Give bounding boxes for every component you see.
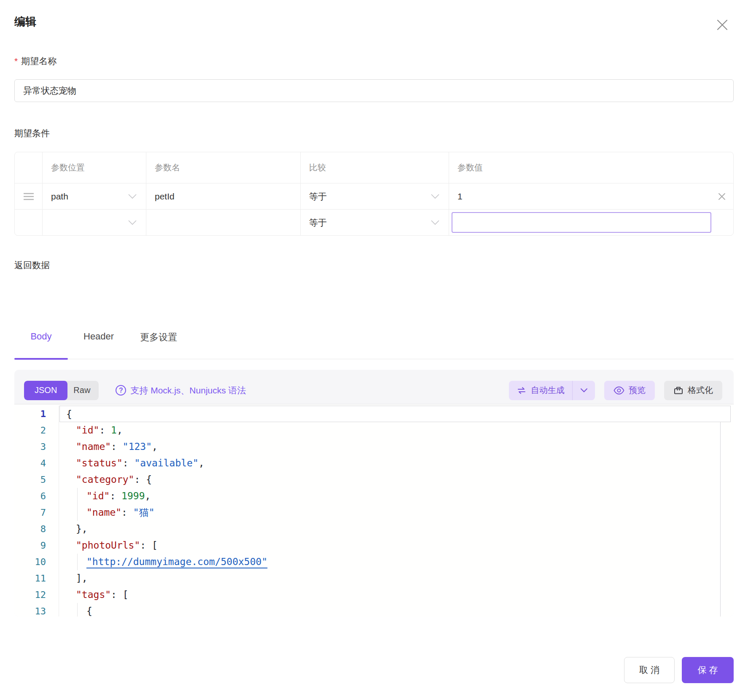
name-field-label: *期望名称 [14, 55, 57, 67]
param-name-value: petId [155, 191, 175, 202]
json-code-editor[interactable]: 1{2"id": 1,3"name": "123",4"status": "av… [14, 404, 734, 617]
code-line[interactable]: 9"photoUrls": [ [14, 537, 734, 554]
line-content: "name": "123", [59, 439, 734, 455]
line-number: 3 [14, 439, 59, 455]
expected-name-value: 异常状态宠物 [23, 85, 76, 97]
format-icon [673, 385, 683, 396]
tab-more-settings[interactable]: 更多设置 [140, 327, 177, 359]
compare-select[interactable]: 等于 [300, 183, 449, 209]
chevron-down-icon [128, 220, 137, 225]
auto-generate-split-button: 自动生成 [509, 381, 595, 400]
line-content: ], [59, 570, 734, 587]
format-label: 格式化 [688, 385, 713, 396]
header-handle-cell [15, 152, 42, 183]
conditions-header-row: 参数位置 参数名 比较 参数值 [15, 152, 733, 183]
compare-select[interactable]: 等于 [300, 210, 449, 235]
line-content: "id": 1999, [59, 488, 734, 504]
compare-value: 等于 [309, 217, 327, 229]
help-icon[interactable] [116, 385, 126, 396]
scrollbar-track[interactable] [720, 422, 721, 617]
save-button[interactable]: 保 存 [682, 657, 734, 683]
json-mode-button[interactable]: JSON [24, 381, 67, 400]
line-number: 9 [14, 537, 59, 554]
auto-generate-button[interactable]: 自动生成 [509, 385, 572, 396]
line-number: 5 [14, 471, 59, 488]
param-name-input[interactable] [146, 210, 300, 235]
clear-icon[interactable] [718, 193, 726, 200]
header-param: 参数名 [146, 152, 300, 183]
condition-row-1: path petId 等于 1 [15, 183, 733, 209]
name-field-label-text: 期望名称 [21, 56, 57, 66]
line-content: }, [59, 521, 734, 537]
line-content: "tags": [ [59, 587, 734, 603]
refresh-icon [517, 385, 527, 396]
code-line[interactable]: 3"name": "123", [14, 439, 734, 455]
auto-generate-dropdown[interactable] [572, 381, 595, 400]
raw-mode-button[interactable]: Raw [65, 381, 99, 400]
line-content: { [59, 603, 734, 617]
drag-handle-icon[interactable] [15, 183, 42, 209]
close-icon[interactable] [715, 18, 729, 32]
param-value-input-focused[interactable] [452, 212, 711, 233]
line-content: "status": "available", [59, 455, 734, 471]
header-value: 参数值 [449, 152, 733, 183]
eye-icon [613, 386, 624, 395]
format-button[interactable]: 格式化 [664, 381, 722, 400]
line-number: 12 [14, 587, 59, 603]
position-select[interactable]: path [42, 183, 146, 209]
param-value: 1 [457, 191, 463, 202]
code-line[interactable]: 7"name": "猫" [14, 504, 734, 521]
mode-segmented-control: JSON Raw [24, 381, 99, 400]
line-number: 6 [14, 488, 59, 504]
code-line[interactable]: 11], [14, 570, 734, 587]
edit-dialog: 编辑 *期望名称 异常状态宠物 期望条件 参数位置 参数名 比较 参数值 pat… [0, 0, 748, 700]
tab-body[interactable]: Body [14, 327, 68, 359]
empty-handle-cell [15, 210, 42, 235]
expected-name-input[interactable]: 异常状态宠物 [14, 79, 734, 102]
line-content: "category": { [59, 471, 734, 488]
line-content: "http://dummyimage.com/500x500" [59, 554, 734, 570]
condition-row-2: 等于 [15, 209, 733, 235]
syntax-help: 支持 Mock.js、Nunjucks 语法 [116, 385, 246, 396]
line-number: 4 [14, 455, 59, 471]
code-line[interactable]: 2"id": 1, [14, 422, 734, 439]
required-mark: * [14, 56, 18, 66]
line-number: 8 [14, 521, 59, 537]
dialog-title: 编辑 [14, 14, 36, 29]
cancel-button[interactable]: 取 消 [624, 657, 675, 683]
line-content: "photoUrls": [ [59, 537, 734, 554]
line-number: 11 [14, 570, 59, 587]
position-select[interactable] [42, 210, 146, 235]
tab-header[interactable]: Header [83, 327, 114, 359]
code-line[interactable]: 8}, [14, 521, 734, 537]
preview-button[interactable]: 预览 [604, 381, 655, 400]
syntax-help-text: 支持 Mock.js、Nunjucks 语法 [130, 385, 246, 396]
line-content: "id": 1, [59, 422, 734, 439]
preview-label: 预览 [629, 385, 646, 396]
compare-value: 等于 [309, 191, 327, 202]
conditions-section-label: 期望条件 [14, 127, 50, 139]
param-name-input[interactable]: petId [146, 183, 300, 209]
line-number: 2 [14, 422, 59, 439]
code-line[interactable]: 5"category": { [14, 471, 734, 488]
code-lines: 1{2"id": 1,3"name": "123",4"status": "av… [14, 406, 734, 617]
conditions-table: 参数位置 参数名 比较 参数值 path petId 等于 1 [14, 152, 734, 236]
code-line[interactable]: 6"id": 1999, [14, 488, 734, 504]
code-line[interactable]: 4"status": "available", [14, 455, 734, 471]
auto-generate-label: 自动生成 [531, 385, 565, 396]
line-number: 10 [14, 554, 59, 570]
line-number: 13 [14, 603, 59, 617]
line-number: 1 [14, 406, 59, 422]
chevron-down-icon [128, 194, 137, 199]
code-line[interactable]: 12"tags": [ [14, 587, 734, 603]
header-position: 参数位置 [42, 152, 146, 183]
code-line[interactable]: 1{ [14, 406, 734, 422]
line-number: 7 [14, 504, 59, 521]
code-line[interactable]: 10"http://dummyimage.com/500x500" [14, 554, 734, 570]
chevron-down-icon [431, 220, 439, 225]
param-value-input[interactable]: 1 [449, 183, 733, 209]
response-section-label: 返回数据 [14, 259, 50, 271]
code-line[interactable]: 13{ [14, 603, 734, 617]
position-value: path [51, 191, 68, 202]
body-panel: JSON Raw 支持 Mock.js、Nunjucks 语法 自动生成 [14, 370, 734, 617]
